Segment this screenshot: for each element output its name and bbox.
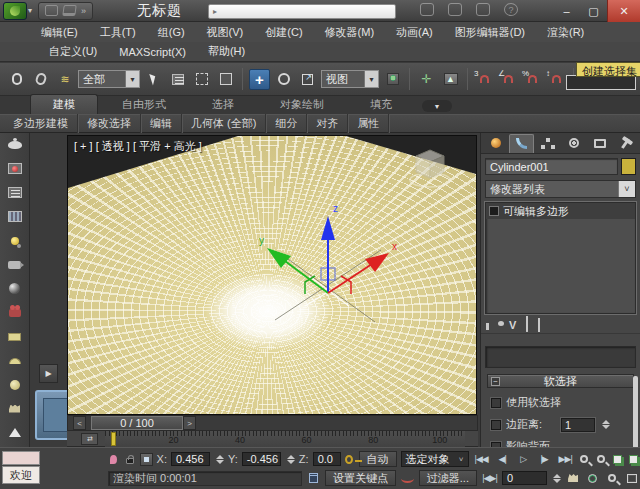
viewport-label[interactable]: [ + ] [ 透视 ] [ 平滑 + 高光 ] — [74, 139, 202, 154]
maximize-button[interactable]: ▢ — [580, 0, 607, 22]
orbit-icon[interactable] — [585, 471, 601, 486]
go-to-end-icon[interactable]: ▶▶| — [557, 452, 574, 467]
close-button[interactable]: ✕ — [607, 0, 640, 22]
edge-distance-spinner[interactable] — [602, 420, 610, 429]
zoom-extents-icon[interactable] — [611, 452, 624, 467]
utilities-tab-icon[interactable] — [613, 134, 638, 153]
bind-to-space-warp-icon[interactable]: ≋ — [54, 69, 75, 90]
key-filters-button[interactable]: 过滤器... — [419, 470, 477, 486]
edge-distance-field[interactable]: 1 — [561, 418, 595, 432]
modifier-list-dropdown[interactable]: 修改器列表 ˅ — [485, 180, 636, 198]
menu-create[interactable]: 创建(C) — [254, 23, 313, 42]
hierarchy-tab-icon[interactable] — [535, 134, 560, 153]
zoom-icon[interactable] — [578, 452, 591, 467]
track-bar-ruler[interactable]: 20 40 60 80 100 — [105, 431, 465, 447]
maximize-viewport-toggle-icon[interactable] — [624, 471, 640, 486]
open-file-icon[interactable] — [62, 5, 77, 16]
sphere-primitive-icon[interactable] — [6, 377, 24, 392]
ribbon-panel-edit[interactable]: 编辑 — [141, 114, 182, 133]
previous-frame-icon[interactable]: ◀| — [494, 452, 511, 467]
unlink-selection-icon[interactable] — [30, 69, 51, 90]
menu-modifiers[interactable]: 修改器(M) — [314, 23, 386, 42]
menu-graph-editors[interactable]: 图形编辑器(D) — [444, 23, 536, 42]
zoom-extents-all-icon[interactable] — [627, 452, 640, 467]
ribbon-tab-object-paint[interactable]: 对象绘制 — [258, 95, 346, 114]
window-crossing-icon[interactable] — [215, 69, 236, 90]
ribbon-panel-align[interactable]: 对齐 — [307, 114, 348, 133]
zoom-all-icon[interactable] — [594, 452, 607, 467]
stack-item-editable-poly[interactable]: 可编辑多边形 — [486, 203, 635, 219]
selection-filter-dropdown[interactable]: 全部 ▾ — [78, 70, 140, 88]
zoom-region-icon[interactable] — [605, 471, 621, 486]
set-keys-button[interactable]: 设置关键点 — [325, 470, 396, 486]
help-icon[interactable]: ? — [504, 3, 518, 16]
make-unique-icon[interactable]: V — [509, 319, 516, 331]
configure-modifier-sets-icon[interactable] — [538, 319, 540, 331]
x-coordinate-field[interactable]: 0.456 — [171, 452, 210, 466]
menu-animation[interactable]: 动画(A) — [385, 23, 444, 42]
open-mini-curve-editor-icon[interactable]: ⇄ — [81, 433, 98, 445]
keyboard-shortcut-override-icon[interactable]: ▲ — [440, 69, 461, 90]
new-file-icon[interactable] — [45, 5, 58, 16]
new-key-settings-icon[interactable] — [400, 471, 415, 485]
maxscript-mini-listener[interactable] — [2, 451, 40, 465]
auto-key-button[interactable]: 自动 — [359, 451, 397, 467]
pan-hand-icon[interactable] — [565, 471, 581, 486]
menu-help[interactable]: 帮助(H) — [197, 42, 256, 61]
qat-overflow-icon[interactable]: » — [81, 6, 86, 16]
go-to-start-icon[interactable]: |◀◀ — [473, 452, 490, 467]
application-menu-button[interactable] — [3, 2, 27, 20]
snaps-toggle-icon[interactable]: 3 — [474, 69, 495, 90]
viewcube[interactable] — [406, 146, 454, 194]
selection-set-dropdown[interactable]: 选定对象 ˅ — [401, 451, 469, 467]
z-coordinate-field[interactable]: 0.0 — [313, 452, 341, 466]
perspective-viewport[interactable]: [ + ] [ 透视 ] [ 平滑 + 高光 ] — [67, 135, 477, 415]
remove-modifier-icon[interactable] — [526, 319, 528, 331]
percent-snap-icon[interactable]: % — [522, 69, 543, 90]
toolbar-expand-button[interactable]: ▶ — [39, 364, 58, 383]
frame-spinner[interactable] — [553, 474, 561, 483]
menu-rendering[interactable]: 渲染(R) — [536, 23, 595, 42]
edge-distance-checkbox[interactable] — [491, 420, 501, 430]
communication-center-icon[interactable] — [448, 3, 462, 16]
time-slider-grip[interactable]: 0 / 100 — [91, 416, 183, 430]
menu-customize[interactable]: 自定义(U) — [38, 42, 108, 61]
select-and-scale-icon[interactable]: ↗ — [297, 69, 318, 90]
modifier-stack[interactable]: 可编辑多边形 — [485, 202, 636, 314]
selection-lock-icon[interactable] — [124, 452, 136, 466]
menu-tools[interactable]: 工具(T) — [89, 23, 147, 42]
menu-edit[interactable]: 编辑(E) — [30, 23, 89, 42]
angle-snap-icon[interactable]: ∠ — [498, 69, 519, 90]
ribbon-tab-selection[interactable]: 选择 — [190, 95, 256, 114]
spinner-snap-icon[interactable]: ↕ — [546, 69, 567, 90]
reference-coordinate-dropdown[interactable]: 视图 ▾ — [321, 70, 379, 88]
move-gizmo[interactable]: z y x — [253, 198, 403, 330]
ribbon-panel-modify-selection[interactable]: 修改选择 — [78, 114, 141, 133]
motion-tab-icon[interactable] — [561, 134, 586, 153]
search-icon[interactable] — [420, 3, 434, 16]
video-camera-icon[interactable] — [6, 305, 24, 320]
rectangular-selection-region-icon[interactable] — [191, 69, 212, 90]
ribbon-panel-geometry-all[interactable]: 几何体 (全部) — [182, 114, 266, 133]
ribbon-tab-modeling[interactable]: 建模 — [30, 94, 98, 114]
render-setup-icon[interactable] — [6, 161, 24, 176]
next-frame-button[interactable]: > — [183, 416, 196, 430]
light-icon[interactable] — [6, 233, 24, 248]
hand-icon[interactable] — [6, 401, 24, 416]
current-frame-field[interactable]: 0 — [502, 471, 547, 485]
ribbon-tab-freeform[interactable]: 自由形式 — [100, 95, 188, 114]
ribbon-panel-properties[interactable]: 属性 — [348, 114, 389, 133]
plane-primitive-icon[interactable] — [6, 329, 24, 344]
select-by-name-icon[interactable] — [167, 69, 188, 90]
object-name-field[interactable]: Cylinder001 — [485, 158, 618, 175]
use-pivot-point-icon[interactable] — [382, 69, 403, 90]
render-teapot-icon[interactable] — [6, 137, 24, 152]
environment-dialog-icon[interactable] — [6, 209, 24, 224]
select-and-rotate-icon[interactable] — [273, 69, 294, 90]
ribbon-tab-populate[interactable]: 填充 — [348, 95, 414, 114]
track-bar[interactable]: ⇄ 20 40 60 80 100 — [67, 431, 478, 447]
command-search-input[interactable]: ▸ — [208, 4, 396, 19]
shaded-sphere-icon[interactable] — [6, 281, 24, 296]
menu-views[interactable]: 视图(V) — [196, 23, 255, 42]
app-menu-caret-icon[interactable]: ▾ — [28, 6, 32, 15]
